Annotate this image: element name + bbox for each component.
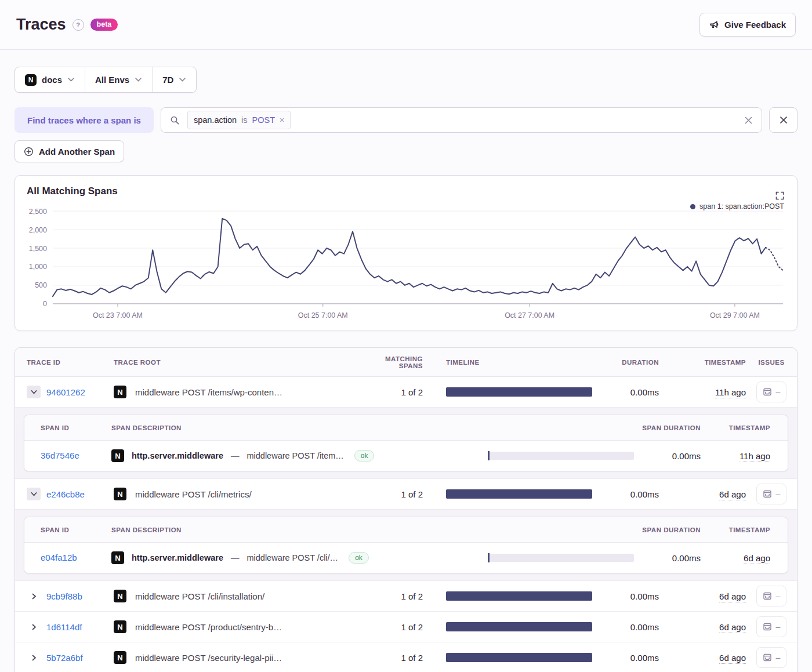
issues-button[interactable]: – [756, 616, 787, 637]
expander-button[interactable] [27, 620, 41, 633]
trace-duration: 0.00ms [592, 591, 659, 601]
svg-text:1,000: 1,000 [29, 263, 47, 271]
spans-line-chart: 05001,0001,5002,0002,500Oct 23 7:00 AMOc… [27, 201, 785, 325]
trace-duration: 0.00ms [592, 489, 659, 499]
svg-text:Oct 29 7:00 AM: Oct 29 7:00 AM [710, 311, 760, 319]
environment-filter[interactable]: All Envs [85, 67, 152, 92]
trace-timeline-bar[interactable] [446, 591, 592, 601]
nextjs-icon: N [114, 620, 126, 633]
trace-duration: 0.00ms [592, 622, 659, 632]
column-header-span-duration: Span Duration [634, 424, 701, 431]
trace-row[interactable]: 94601262Nmiddleware POST /items/wp-conte… [15, 377, 797, 408]
trace-timestamp[interactable]: 6d ago [719, 489, 746, 500]
span-table: Span IDSpan DescriptionSpan DurationTime… [24, 415, 788, 471]
trace-id-link[interactable]: 5b72a6bf [46, 653, 83, 663]
column-header-span-id: Span ID [41, 526, 111, 533]
span-id-link[interactable]: e04fa12b [41, 553, 77, 562]
clear-search-icon[interactable] [744, 116, 753, 125]
svg-text:500: 500 [35, 281, 47, 289]
project-filter[interactable]: N docs [15, 67, 85, 92]
trace-row[interactable]: 9cb9f88bNmiddleware POST /cli/installati… [15, 581, 797, 612]
issues-icon [763, 387, 772, 397]
column-header-duration: Duration [592, 359, 659, 366]
issues-button[interactable]: – [756, 647, 787, 668]
span-id-link[interactable]: 36d7546e [41, 451, 79, 460]
span-row[interactable]: 36d7546eNhttp.server.middleware—middlewa… [24, 441, 788, 471]
nextjs-icon: N [114, 590, 126, 602]
remove-token-icon[interactable]: × [280, 116, 284, 124]
plus-circle-icon [24, 147, 34, 157]
issues-button[interactable]: – [756, 586, 787, 606]
chart-title: All Matching Spans [27, 186, 785, 197]
top-bar: Traces ? beta Give Feedback [0, 0, 812, 50]
trace-duration: 0.00ms [592, 653, 659, 663]
trace-timeline-bar[interactable] [446, 387, 592, 397]
column-header-span-id: Span ID [41, 424, 111, 431]
help-icon[interactable]: ? [72, 19, 84, 31]
legend-dot [690, 204, 695, 209]
trace-root-text: middleware POST /cli/metrics/ [135, 489, 252, 499]
trace-timestamp[interactable]: 6d ago [719, 653, 746, 664]
nextjs-icon: N [114, 386, 126, 398]
expanded-spans-panel: Span IDSpan DescriptionSpan DurationTime… [15, 408, 797, 479]
expander-button[interactable] [27, 488, 41, 500]
expander-button[interactable] [27, 590, 41, 602]
trace-timestamp[interactable]: 6d ago [719, 622, 746, 633]
megaphone-icon [709, 20, 719, 30]
filter-token[interactable]: span.action is POST × [187, 111, 291, 129]
expander-button[interactable] [27, 386, 41, 398]
trace-timestamp[interactable]: 11h ago [715, 387, 746, 398]
trace-id-link[interactable]: e246cb8e [46, 489, 85, 499]
trace-root-text: middleware POST /product/sentry-b… [135, 622, 282, 632]
add-another-span-button[interactable]: Add Another Span [14, 140, 124, 162]
nextjs-icon: N [114, 651, 126, 664]
beta-badge: beta [90, 19, 118, 31]
span-table: Span IDSpan DescriptionSpan DurationTime… [24, 517, 788, 573]
span-row[interactable]: e04fa12bNhttp.server.middleware—middlewa… [24, 543, 788, 573]
trace-id-link[interactable]: 9cb9f88b [46, 591, 82, 601]
expanded-spans-panel: Span IDSpan DescriptionSpan DurationTime… [15, 510, 797, 581]
issues-icon [763, 489, 772, 499]
expander-button[interactable] [27, 651, 41, 664]
fullscreen-icon[interactable] [775, 191, 784, 200]
trace-root-text: middleware POST /security-legal-pii… [135, 653, 282, 663]
page-title: Traces [16, 16, 66, 34]
span-timeline[interactable] [488, 452, 634, 460]
remove-span-query-button[interactable] [769, 107, 798, 133]
trace-row[interactable]: 1d6114dfNmiddleware POST /product/sentry… [15, 612, 797, 642]
column-header-span-description: Span Description [111, 526, 465, 533]
issues-button[interactable]: – [756, 382, 787, 402]
issues-button[interactable]: – [756, 484, 787, 504]
chevron-down-icon [179, 77, 186, 82]
trace-timeline-bar[interactable] [446, 622, 592, 631]
chevron-down-icon [67, 77, 75, 82]
trace-row[interactable]: 5b72a6bfNmiddleware POST /security-legal… [15, 642, 797, 672]
trace-timeline-bar[interactable] [446, 653, 592, 662]
span-timeline-marker [488, 451, 490, 460]
environment-filter-label: All Envs [95, 75, 129, 85]
span-timestamp[interactable]: 6d ago [744, 553, 770, 564]
trace-id-link[interactable]: 1d6114df [46, 622, 82, 632]
time-range-filter[interactable]: 7D [152, 67, 196, 92]
matching-spans-count: 1 of 2 [359, 622, 423, 632]
matching-spans-count: 1 of 2 [359, 387, 423, 397]
svg-text:2,500: 2,500 [29, 208, 47, 216]
span-separator: — [231, 553, 240, 562]
nextjs-icon: N [114, 488, 126, 500]
trace-row[interactable]: e246cb8eNmiddleware POST /cli/metrics/1 … [15, 479, 797, 510]
span-table-header-row: Span IDSpan DescriptionSpan DurationTime… [24, 517, 788, 543]
trace-timeline-bar[interactable] [446, 489, 592, 499]
span-description-text: middleware POST /cli/… [246, 553, 338, 562]
issues-icon [763, 653, 772, 662]
span-timestamp[interactable]: 11h ago [740, 451, 770, 462]
span-timeline[interactable] [488, 554, 634, 562]
span-search-input[interactable]: span.action is POST × [161, 107, 762, 133]
main-content: N docs All Envs 7D Find traces w [0, 50, 812, 672]
trace-id-link[interactable]: 94601262 [46, 387, 85, 397]
trace-timestamp[interactable]: 6d ago [719, 591, 746, 602]
all-matching-spans-card: All Matching Spans span 1: span.action:P… [14, 175, 798, 331]
give-feedback-button[interactable]: Give Feedback [699, 13, 796, 37]
traces-table: Trace ID Trace Root Matching Spans Timel… [14, 347, 798, 672]
column-header-span-duration: Span Duration [634, 526, 701, 533]
span-description-text: middleware POST /item… [246, 451, 343, 460]
